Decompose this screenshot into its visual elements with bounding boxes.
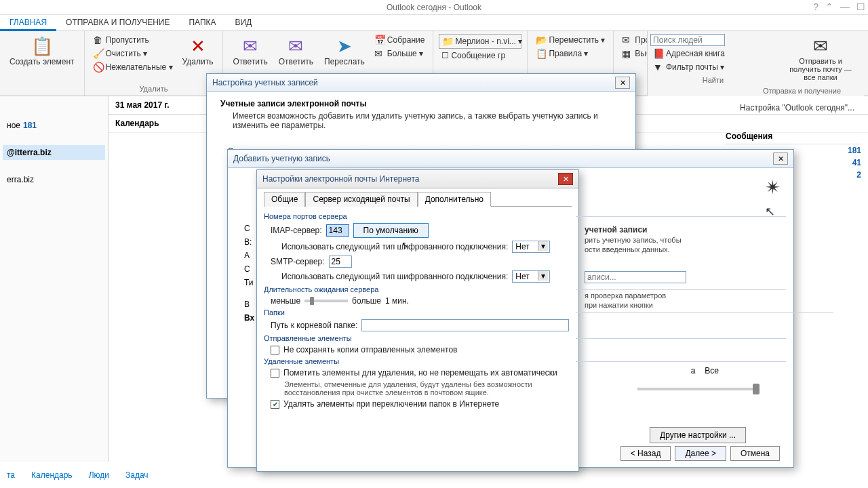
cleanup-icon: 🧹 [93, 48, 104, 59]
meeting-button[interactable]: 📅Собрание [372, 34, 428, 46]
new-item-button[interactable]: 📋 Создать элемент [5, 34, 79, 68]
dialog1-close-button[interactable]: ✕ [615, 77, 630, 89]
tab-home[interactable]: ГЛАВНАЯ [0, 15, 56, 31]
timeout-slider[interactable] [304, 300, 348, 302]
address-book-icon: 📕 [653, 48, 664, 59]
nav-pane: ное181 @itterra.biz erra.biz [0, 96, 108, 462]
wait-cursor-icon: ✴↖ [765, 176, 781, 220]
ribbon-tabs: ГЛАВНАЯ ОТПРАВКА И ПОЛУЧЕНИЕ ПАПКА ВИД [0, 15, 868, 31]
filter-mail-button[interactable]: ▼Фильтр почты ▾ [650, 61, 776, 73]
nav-tasks[interactable]: Задач [125, 470, 149, 480]
skip-button[interactable]: 🗑Пропустить [90, 34, 176, 46]
msg-count-3: 2 [856, 170, 861, 180]
outlook-today-settings-link[interactable]: Настройка "Outlook сегодня"... [740, 103, 854, 113]
reply-all-button[interactable]: ✉Ответить [275, 34, 317, 68]
new-item-icon: 📋 [31, 35, 53, 57]
dialog2-close-button[interactable]: ✕ [773, 152, 788, 165]
tab-folder[interactable]: ПАПКА [179, 15, 225, 30]
timeout-fieldset-label: Длительность ожидания сервера [264, 284, 572, 295]
cancel-button[interactable]: Отмена [730, 446, 780, 461]
default-port-button[interactable]: По умолчанию [353, 223, 429, 238]
help-icon[interactable]: ? [813, 1, 818, 12]
rules-icon: 📋 [536, 48, 547, 59]
find-people-input[interactable] [650, 34, 725, 46]
more-icon: ✉ [374, 48, 385, 59]
read-icon: ✉ [622, 35, 633, 45]
reply-button[interactable]: ✉Ответить [229, 34, 271, 68]
imap-enc-select[interactable]: Нет [512, 241, 550, 253]
move-button[interactable]: 📂Переместить ▾ [533, 34, 608, 46]
dialog3-tabs: Общие Сервер исходящей почты Дополнитель… [264, 191, 572, 207]
dialog2-slider[interactable] [637, 388, 760, 390]
tab-advanced[interactable]: Дополнительно [418, 192, 491, 207]
imap-port-input[interactable] [326, 224, 349, 237]
msg-count-2: 41 [852, 158, 861, 167]
deleted-fieldset-label: Удаленные элементы [264, 356, 572, 367]
smtp-port-input[interactable] [329, 256, 352, 268]
nav-mail[interactable]: та [7, 470, 15, 480]
more-button[interactable]: ✉Больше ▾ [372, 47, 428, 60]
dialog3-close-button[interactable]: ✕ [558, 173, 573, 185]
sendrecv-icon: ✉ [810, 35, 831, 57]
timeout-value: 1 мин. [385, 296, 409, 306]
dialog2-right-info: учетной записи рить учетную запись, чтоб… [585, 224, 707, 310]
tab-general[interactable]: Общие [264, 192, 305, 207]
sendrecv-all-button[interactable]: ✉ Отправить и получить почту — все папки [780, 34, 861, 94]
cleanup-button[interactable]: 🧹Очистить ▾ [90, 47, 176, 60]
dialog3-title: Настройки электронной почты Интернета [262, 174, 419, 184]
reply-icon: ✉ [239, 35, 261, 57]
delete-group-label: Удалить [90, 83, 218, 93]
back-button[interactable]: < Назад [620, 446, 671, 461]
move-icon: 📂 [536, 35, 547, 45]
folders-fieldset-label: Папки [264, 307, 572, 318]
msg-count-1: 181 [848, 146, 861, 155]
tab-sendrecv[interactable]: ОТПРАВКА И ПОЛУЧЕНИЕ [56, 15, 179, 30]
category-icon: ▦ [622, 48, 633, 59]
title-bar: Outlook сегодня - Outlook ? ⌃ — ☐ [0, 0, 868, 15]
dialog2-title: Добавить учетную запись [233, 154, 330, 163]
smtp-enc-select[interactable]: Нет [512, 270, 550, 283]
folder-inbox[interactable]: ное181 [3, 118, 105, 133]
rootpath-label: Путь к корневой папке: [271, 321, 357, 330]
delete-button[interactable]: ✕ Удалить [178, 34, 218, 68]
junk-button[interactable]: 🚫Нежелательные ▾ [90, 61, 176, 73]
tab-view[interactable]: ВИД [226, 15, 262, 30]
test-account-input[interactable] [585, 271, 686, 283]
sent-checkbox[interactable] [271, 346, 279, 354]
folder-account-2[interactable]: erra.biz [3, 172, 105, 187]
messages-header: Сообщения [726, 129, 861, 144]
imap-enc-label: Использовать следующий тип шифрованного … [281, 242, 508, 251]
rules-button[interactable]: 📋Правила ▾ [533, 47, 608, 60]
window-title: Outlook сегодня - Outlook [387, 3, 481, 12]
sent-check-label: Не сохранять копии отправленных элементо… [283, 345, 457, 354]
del-checkbox-1[interactable] [271, 369, 279, 378]
smtp-label: SMTP-сервер: [271, 257, 325, 266]
forward-button[interactable]: ➤Переслать [320, 34, 369, 68]
filter-icon: ▼ [653, 62, 664, 73]
rootpath-input[interactable] [361, 319, 569, 331]
del-checkbox-2[interactable]: ✔ [271, 400, 279, 409]
sendrecv-group-label: Отправка и получение [763, 87, 841, 95]
nav-calendar[interactable]: Календарь [31, 470, 73, 480]
timeout-less-label: меньше [271, 296, 300, 306]
del-desc: Элементы, отмеченные для удаления, будут… [284, 380, 569, 396]
address-book-button[interactable]: 📕Адресная книга [650, 47, 776, 60]
smtp-enc-label: Использовать следующий тип шифрованного … [281, 272, 508, 281]
del-check1-label: Пометить элементы для удаления, но не пе… [283, 368, 557, 378]
sent-fieldset-label: Отправленные элементы [264, 333, 572, 344]
next-button[interactable]: Далее > [675, 446, 726, 461]
ribbon-toggle-icon[interactable]: ⌃ [825, 1, 833, 12]
maximize-icon[interactable]: ☐ [856, 1, 865, 12]
meeting-icon: 📅 [374, 35, 385, 45]
minimize-icon[interactable]: — [840, 1, 850, 12]
folder-dropdown[interactable]: 📁Мерлион - n.vi...▾ [439, 34, 521, 49]
folder-icon: 📁 [442, 36, 453, 47]
dialog2-delivery-filter: а Все [691, 366, 719, 375]
skip-icon: 🗑 [93, 35, 104, 45]
nav-people[interactable]: Люди [89, 470, 109, 480]
other-settings-button[interactable]: Другие настройки ... [650, 427, 746, 443]
folder-account-1[interactable]: @itterra.biz [3, 145, 105, 160]
timeout-more-label: больше [352, 296, 381, 306]
draft-msg-button[interactable]: ☐Сообщение гр [439, 50, 521, 61]
tab-outgoing[interactable]: Сервер исходящей почты [305, 192, 417, 207]
